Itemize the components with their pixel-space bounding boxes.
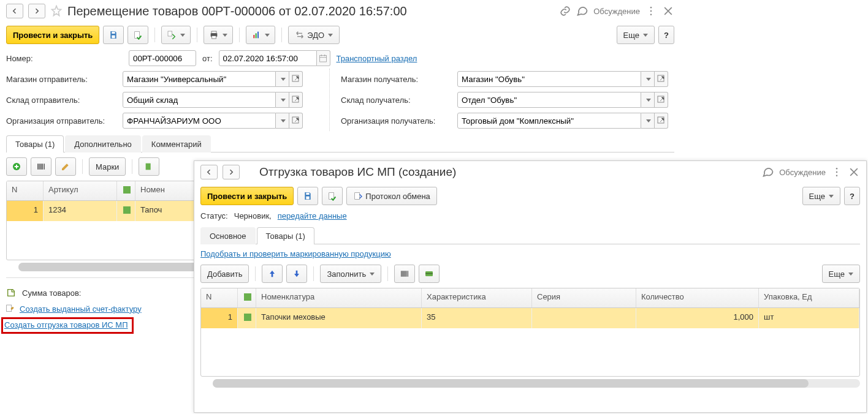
col-nomen[interactable]: Номенклатура	[256, 288, 422, 307]
col-n[interactable]: N	[201, 288, 238, 307]
link-icon[interactable]	[559, 5, 571, 17]
fill-button[interactable]: Заполнить	[320, 265, 381, 283]
barcode-button[interactable]	[31, 157, 51, 176]
tab-comment[interactable]: Комментарий	[142, 135, 211, 152]
more-button[interactable]: Еще	[802, 187, 840, 205]
svg-point-27	[836, 175, 838, 177]
dropdown-icon[interactable]	[641, 113, 655, 129]
barcode-button[interactable]	[394, 265, 415, 283]
dropdown-icon[interactable]	[276, 113, 289, 129]
recipient-org-input[interactable]	[457, 113, 641, 129]
window-title: Перемещение товаров 00РТ-000006 от 02.07…	[67, 4, 407, 18]
move-down-button[interactable]	[286, 265, 307, 283]
edo-label: ЭДО	[307, 31, 324, 40]
sender-store-input[interactable]	[123, 71, 276, 87]
marks-button[interactable]: Марки	[89, 157, 126, 176]
open-icon[interactable]	[655, 71, 668, 87]
recipient-store-input[interactable]	[457, 71, 641, 87]
save-button[interactable]	[103, 26, 124, 44]
create-shipment-link[interactable]: Создать отгрузка товаров ИС МП	[4, 320, 128, 329]
discussion-icon[interactable]	[762, 166, 774, 178]
close-icon[interactable]	[848, 166, 860, 178]
pick-check-marked-link[interactable]: Подобрать и проверить маркированную прод…	[200, 249, 391, 258]
dropdown-icon[interactable]	[641, 92, 655, 108]
nav-forward-button[interactable]	[223, 165, 240, 179]
create-invoice-link[interactable]: Создать выданный счет-фактуру	[20, 304, 142, 314]
tab-additional[interactable]: Дополнительно	[65, 135, 141, 152]
svg-rect-30	[329, 193, 334, 200]
col-series[interactable]: Серия	[532, 288, 636, 307]
nav-back-button[interactable]	[6, 4, 23, 18]
kebab-menu-icon[interactable]	[645, 5, 657, 17]
col-n[interactable]: N	[7, 181, 44, 200]
status-action-link[interactable]: передайте данные	[278, 211, 347, 220]
open-icon[interactable]	[655, 92, 668, 108]
sender-wh-input[interactable]	[123, 92, 276, 108]
tab-goods[interactable]: Товары (1)	[257, 227, 314, 244]
transport-section-link[interactable]: Транспортный раздел	[337, 54, 417, 63]
more-button[interactable]: Еще	[617, 26, 655, 44]
save-button[interactable]	[297, 187, 318, 205]
svg-rect-10	[254, 35, 255, 38]
add-button[interactable]: Добавить	[200, 265, 249, 283]
discussion-label[interactable]: Обсуждение	[779, 168, 826, 177]
cell-char: 35	[422, 308, 532, 328]
cell-n: 1	[7, 201, 44, 221]
create-shipment-highlighted: Создать отгрузка товаров ИС МП	[1, 317, 134, 334]
open-icon[interactable]	[289, 71, 303, 87]
discussion-label[interactable]: Обсуждение	[593, 7, 640, 16]
col-mark-icon	[117, 181, 135, 200]
nav-forward-button[interactable]	[28, 4, 45, 18]
col-qty[interactable]: Количество	[636, 288, 759, 307]
date-input[interactable]	[219, 50, 317, 66]
sender-org-input[interactable]	[123, 113, 276, 129]
post-button[interactable]	[128, 26, 148, 44]
titlebar: Отгрузка товаров ИС МП (создание) Обсужд…	[194, 161, 866, 183]
open-icon[interactable]	[289, 92, 303, 108]
create-based-on-button[interactable]	[161, 26, 191, 44]
separator	[197, 28, 197, 42]
note-icon[interactable]	[6, 288, 16, 298]
edit-button[interactable]	[55, 157, 76, 176]
card-button[interactable]	[419, 265, 440, 283]
sum-label: Сумма товаров:	[22, 288, 81, 298]
dropdown-icon[interactable]	[276, 71, 289, 87]
pencil-doc-icon[interactable]	[5, 304, 15, 314]
add-row-button[interactable]	[6, 157, 27, 176]
calendar-icon[interactable]	[317, 50, 330, 66]
col-char[interactable]: Характеристика	[422, 288, 532, 307]
favorite-star-icon[interactable]	[50, 5, 63, 17]
kebab-menu-icon[interactable]	[831, 166, 843, 178]
post-button[interactable]	[322, 187, 343, 205]
close-icon[interactable]	[662, 5, 674, 17]
separator	[132, 159, 132, 174]
discussion-icon[interactable]	[576, 5, 588, 17]
number-input[interactable]	[129, 50, 196, 66]
col-pack[interactable]: Упаковка, Ед	[759, 288, 859, 307]
open-icon[interactable]	[289, 113, 303, 129]
more-button[interactable]: Еще	[822, 265, 860, 283]
table-row[interactable]: 1 Тапочки меховые 35 1,000 шт	[201, 308, 859, 328]
post-and-close-button[interactable]: Провести и закрыть	[6, 26, 99, 44]
nav-back-button[interactable]	[200, 165, 218, 179]
move-up-button[interactable]	[262, 265, 283, 283]
tabs: Основное Товары (1)	[200, 227, 860, 244]
recipient-wh-input[interactable]	[457, 92, 641, 108]
action-button[interactable]	[139, 157, 159, 176]
more-label: Еще	[623, 31, 639, 40]
open-icon[interactable]	[655, 113, 668, 129]
reports-button[interactable]	[246, 26, 275, 44]
tab-goods[interactable]: Товары (1)	[6, 135, 64, 152]
help-button[interactable]: ?	[844, 187, 860, 205]
post-and-close-button[interactable]: Провести и закрыть	[200, 187, 294, 205]
horizontal-scrollbar[interactable]	[213, 379, 860, 388]
help-button[interactable]: ?	[658, 26, 674, 44]
tab-main[interactable]: Основное	[200, 227, 256, 244]
col-article[interactable]: Артикул	[44, 181, 117, 200]
edo-button[interactable]: ЭДО	[288, 26, 340, 44]
exchange-protocol-button[interactable]: Протокол обмена	[346, 187, 437, 205]
print-button[interactable]	[204, 26, 233, 44]
dropdown-icon[interactable]	[641, 71, 655, 87]
dropdown-icon[interactable]	[276, 92, 289, 108]
goods-toolbar: Добавить Заполнить Еще	[194, 260, 866, 288]
